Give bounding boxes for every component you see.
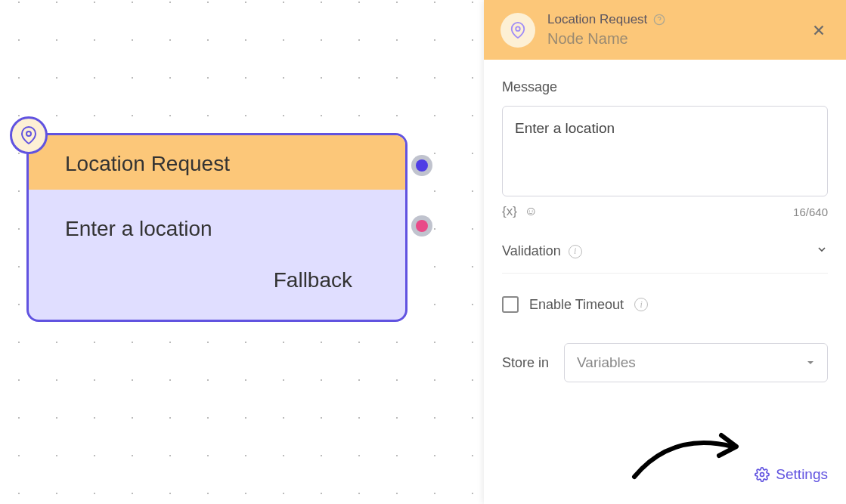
properties-panel: Location Request Node Name Message {x} ☺… <box>484 0 846 504</box>
char-counter: 16/640 <box>793 206 828 218</box>
gear-icon <box>755 467 770 482</box>
node-body: Enter a location Fallback <box>29 190 405 320</box>
enable-timeout-checkbox[interactable] <box>502 296 519 313</box>
svg-marker-6 <box>807 361 813 364</box>
output-port-main[interactable] <box>411 155 432 176</box>
caret-down-icon <box>806 358 815 367</box>
emoji-icon[interactable]: ☺ <box>525 204 538 219</box>
store-label: Store in <box>502 355 549 371</box>
location-pin-icon <box>20 126 38 144</box>
settings-button[interactable]: Settings <box>755 466 828 483</box>
node-message-row: Enter a location <box>65 203 390 255</box>
node-title: Location Request <box>29 135 405 190</box>
location-pin-icon <box>510 22 526 39</box>
dropdown-value: Variables <box>577 354 636 371</box>
node-card[interactable]: Location Request Enter a location Fallba… <box>26 133 408 322</box>
svg-point-7 <box>761 473 764 477</box>
svg-point-0 <box>26 131 31 136</box>
close-button[interactable] <box>808 20 829 41</box>
node-fallback-label: Fallback <box>274 268 352 292</box>
info-icon[interactable]: i <box>634 298 648 311</box>
insert-variable-icon[interactable]: {x} <box>502 204 517 219</box>
flow-canvas[interactable]: Location Request Enter a location Fallba… <box>0 0 484 504</box>
message-input[interactable] <box>502 106 828 196</box>
node-fallback-row: Fallback <box>65 255 390 306</box>
chevron-down-icon <box>816 243 828 259</box>
validation-section[interactable]: Validation i <box>502 230 828 274</box>
node-icon-badge <box>10 116 48 154</box>
svg-point-1 <box>516 26 520 31</box>
close-icon <box>810 22 827 39</box>
timeout-row: Enable Timeout i <box>502 284 828 325</box>
store-row: Store in Variables <box>502 335 828 382</box>
output-port-fallback[interactable] <box>411 215 432 237</box>
panel-body: Message {x} ☺ 16/640 Validation i Enable… <box>484 60 846 504</box>
panel-title: Location Request <box>547 12 647 27</box>
enable-timeout-label: Enable Timeout <box>529 297 624 313</box>
panel-icon-badge <box>500 13 535 48</box>
variables-dropdown[interactable]: Variables <box>564 343 828 382</box>
panel-header: Location Request Node Name <box>484 0 846 60</box>
settings-label: Settings <box>776 466 828 483</box>
info-icon[interactable]: i <box>569 245 582 258</box>
help-icon[interactable] <box>653 14 665 26</box>
node-message-text: Enter a location <box>65 217 212 241</box>
validation-label: Validation <box>502 243 561 259</box>
message-label: Message <box>502 79 828 95</box>
node-name-field[interactable]: Node Name <box>547 30 796 48</box>
